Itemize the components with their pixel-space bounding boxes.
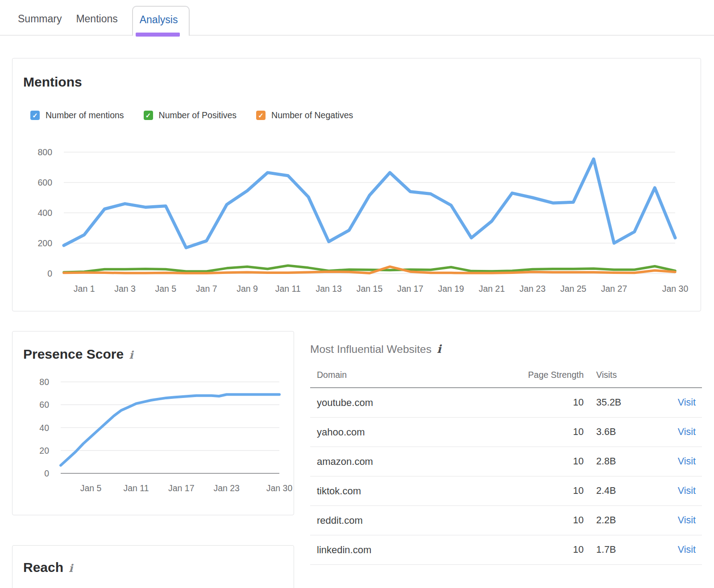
reach-title: Reach bbox=[23, 559, 63, 576]
x-axis-tick-label: Jan 23 bbox=[213, 483, 240, 493]
domain-cell: linkedin.com bbox=[310, 544, 517, 556]
mentions-line-chart: 0200400600800Jan 1Jan 3Jan 5Jan 7Jan 9Ja… bbox=[29, 137, 698, 294]
visit-link[interactable]: Visit bbox=[662, 544, 702, 555]
page-strength-cell: 10 bbox=[517, 544, 584, 555]
header-page-strength: Page Strength bbox=[517, 370, 584, 380]
page-strength-cell: 10 bbox=[517, 515, 584, 526]
visit-link[interactable]: Visit bbox=[662, 456, 702, 467]
header-link-spacer bbox=[662, 370, 702, 380]
legend-label-positives: Number of Positives bbox=[159, 110, 237, 120]
checkbox-positives-icon[interactable]: ✓ bbox=[144, 111, 153, 120]
legend-item-positives[interactable]: ✓ Number of Positives bbox=[144, 110, 237, 120]
x-axis-tick-label: Jan 5 bbox=[80, 483, 102, 493]
header-visits: Visits bbox=[584, 370, 662, 380]
legend-item-mentions[interactable]: ✓ Number of mentions bbox=[30, 110, 124, 120]
table-row: linkedin.com 10 1.7B Visit bbox=[310, 535, 702, 565]
legend-item-negatives[interactable]: ✓ Number of Negatives bbox=[256, 110, 353, 120]
x-axis-tick-label: Jan 23 bbox=[519, 284, 546, 294]
websites-table-body: youtube.com 10 35.2B Visit yahoo.com 10 … bbox=[310, 388, 702, 565]
x-axis-tick-label: Jan 27 bbox=[601, 284, 627, 294]
presence-score-card: Presence Scorei 020406080Jan 5Jan 11Jan … bbox=[12, 331, 294, 515]
checkbox-mentions-icon[interactable]: ✓ bbox=[30, 111, 40, 120]
y-axis-tick-label: 600 bbox=[37, 178, 52, 187]
x-axis-tick-label: Jan 3 bbox=[114, 284, 136, 294]
y-axis-tick-label: 40 bbox=[39, 423, 49, 433]
page-strength-cell: 10 bbox=[517, 427, 584, 438]
visits-cell: 2.8B bbox=[584, 456, 662, 467]
table-row: yahoo.com 10 3.6B Visit bbox=[310, 418, 702, 447]
x-axis-tick-label: Jan 17 bbox=[397, 284, 423, 294]
x-axis-tick-label: Jan 13 bbox=[315, 284, 342, 294]
x-axis-tick-label: Jan 21 bbox=[479, 284, 505, 294]
table-row: reddit.com 10 2.2B Visit bbox=[310, 506, 702, 535]
visits-cell: 2.4B bbox=[584, 485, 662, 497]
tab-summary[interactable]: Summary bbox=[18, 13, 62, 35]
x-axis-tick-label: Jan 17 bbox=[168, 483, 195, 493]
table-row: tiktok.com 10 2.4B Visit bbox=[310, 476, 702, 506]
x-axis-tick-label: Jan 11 bbox=[123, 483, 149, 493]
mentions-card: Mentions ✓ Number of mentions ✓ Number o… bbox=[12, 58, 701, 311]
domain-cell: tiktok.com bbox=[310, 485, 517, 497]
y-axis-tick-label: 20 bbox=[39, 446, 49, 455]
table-row: amazon.com 10 2.8B Visit bbox=[310, 447, 702, 476]
presence-score-chart: 020406080Jan 5Jan 11Jan 17Jan 23Jan 30 bbox=[25, 374, 293, 494]
y-axis-tick-label: 80 bbox=[39, 377, 49, 387]
visit-link[interactable]: Visit bbox=[662, 485, 702, 497]
x-axis-tick-label: Jan 1 bbox=[74, 284, 95, 294]
websites-table-header: Domain Page Strength Visits bbox=[310, 370, 702, 388]
most-influential-websites-section: Most Influential Websitesi Domain Page S… bbox=[310, 332, 702, 565]
info-icon[interactable]: i bbox=[69, 562, 73, 575]
visit-link[interactable]: Visit bbox=[662, 427, 702, 438]
domain-cell: amazon.com bbox=[310, 456, 517, 468]
series-line-number-of-mentions bbox=[64, 159, 675, 248]
y-axis-tick-label: 800 bbox=[37, 147, 52, 157]
x-axis-tick-label: Jan 19 bbox=[438, 284, 464, 294]
x-axis-tick-label: Jan 30 bbox=[266, 483, 293, 493]
page-strength-cell: 10 bbox=[517, 456, 584, 467]
domain-cell: reddit.com bbox=[310, 515, 517, 526]
page-strength-cell: 10 bbox=[517, 485, 584, 497]
page-strength-cell: 10 bbox=[517, 397, 584, 408]
tab-mentions[interactable]: Mentions bbox=[76, 13, 117, 35]
visits-cell: 2.2B bbox=[584, 515, 662, 526]
x-axis-tick-label: Jan 5 bbox=[155, 284, 176, 294]
mentions-card-title: Mentions bbox=[23, 74, 701, 91]
header-domain: Domain bbox=[310, 370, 517, 380]
legend-label-mentions: Number of mentions bbox=[46, 110, 124, 120]
tab-analysis[interactable]: Analysis bbox=[132, 6, 190, 36]
websites-section-title: Most Influential Websitesi bbox=[310, 343, 702, 356]
x-axis-tick-label: Jan 9 bbox=[237, 284, 258, 294]
x-axis-tick-label: Jan 15 bbox=[357, 284, 383, 294]
visits-cell: 3.6B bbox=[584, 427, 662, 438]
x-axis-tick-label: Jan 11 bbox=[275, 284, 301, 294]
reach-card: Reachi bbox=[12, 545, 294, 588]
legend-label-negatives: Number of Negatives bbox=[271, 110, 353, 120]
visit-link[interactable]: Visit bbox=[662, 397, 702, 408]
y-axis-tick-label: 200 bbox=[37, 238, 52, 248]
mentions-legend: ✓ Number of mentions ✓ Number of Positiv… bbox=[30, 110, 701, 120]
x-axis-tick-label: Jan 30 bbox=[662, 284, 689, 294]
x-axis-tick-label: Jan 7 bbox=[196, 284, 217, 294]
y-axis-tick-label: 400 bbox=[37, 208, 52, 218]
visit-link[interactable]: Visit bbox=[662, 515, 702, 526]
info-icon[interactable]: i bbox=[129, 348, 133, 361]
domain-cell: youtube.com bbox=[310, 397, 517, 409]
domain-cell: yahoo.com bbox=[310, 427, 517, 438]
checkbox-negatives-icon[interactable]: ✓ bbox=[256, 111, 266, 120]
table-row: youtube.com 10 35.2B Visit bbox=[310, 388, 702, 418]
tab-bar: Summary Mentions Analysis bbox=[0, 0, 714, 36]
info-icon[interactable]: i bbox=[437, 343, 441, 356]
y-axis-tick-label: 60 bbox=[39, 400, 49, 410]
visits-cell: 1.7B bbox=[584, 544, 662, 555]
presence-score-title: Presence Score bbox=[23, 346, 124, 363]
y-axis-tick-label: 0 bbox=[44, 468, 49, 478]
y-axis-tick-label: 0 bbox=[47, 269, 52, 278]
visits-cell: 35.2B bbox=[584, 397, 662, 408]
websites-title-text: Most Influential Websites bbox=[310, 343, 432, 355]
x-axis-tick-label: Jan 25 bbox=[560, 284, 586, 294]
